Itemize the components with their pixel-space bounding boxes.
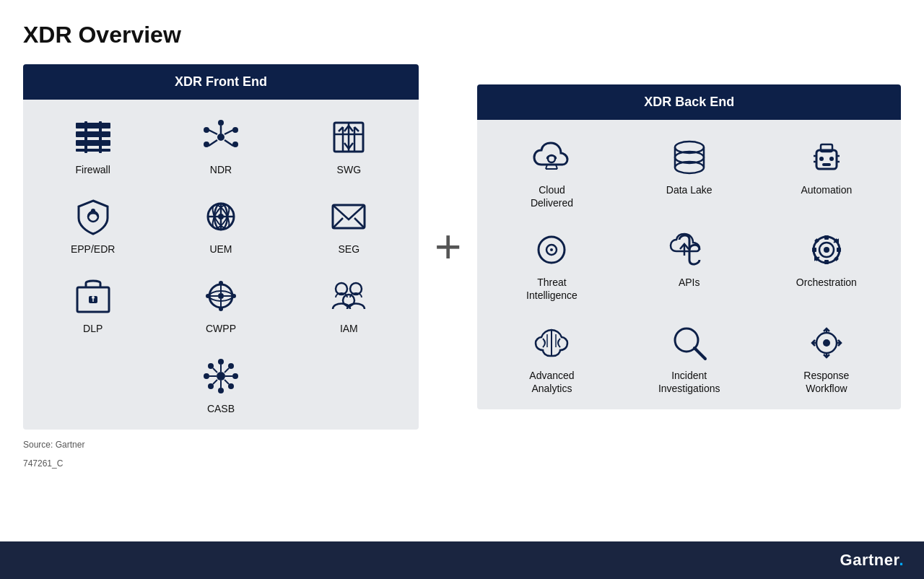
uem-icon [201,196,241,237]
back-item-apis: APIs [622,219,757,309]
eppedr-icon [73,196,113,237]
svg-point-78 [819,157,824,161]
svg-point-54 [218,388,224,393]
back-grid: CloudDelivered Data Lake [484,127,894,402]
svg-rect-2 [76,140,110,146]
svg-point-87 [550,248,553,251]
datalake-label: Data Lake [666,183,712,196]
front-end-panel: XDR Front End Firewall [23,64,419,430]
svg-line-102 [694,348,705,359]
cloud-icon [531,137,572,178]
svg-point-34 [92,296,95,299]
orchestration-icon [806,230,847,270]
front-empty-2 [287,346,411,422]
gartner-logo: Gartner. [840,551,904,570]
svg-rect-95 [837,248,841,252]
svg-rect-80 [822,163,831,166]
front-item-ndr: NDR [158,107,283,183]
svg-point-91 [824,247,829,253]
swg-icon [328,117,369,157]
source-line: Source: Gartner [23,440,901,450]
casb-label: CASB [207,402,235,415]
firewall-label: Firewall [76,163,110,176]
front-item-seg: SEG [287,186,411,263]
front-item-dlp: DLP [30,266,155,342]
back-item-analytics: AdvancedAnalytics [484,313,619,402]
response-icon [806,323,847,363]
svg-rect-93 [824,260,829,264]
swg-label: SWG [337,163,361,176]
back-item-response: ResponseWorkflow [759,313,894,402]
front-end-header: XDR Front End [23,64,419,100]
apis-icon [669,230,710,270]
ndr-label: NDR [210,163,232,176]
apis-label: APIs [679,276,700,289]
svg-point-50 [217,372,225,380]
svg-point-21 [91,209,95,213]
plus-sign: + [419,220,477,274]
svg-line-15 [209,130,217,134]
dlp-label: DLP [83,322,103,335]
svg-point-56 [228,363,234,369]
svg-rect-4 [84,121,87,153]
seg-icon [328,196,369,237]
seg-label: SEG [339,243,360,256]
incident-icon [669,323,710,363]
svg-line-14 [225,140,233,146]
analytics-icon [531,323,572,363]
svg-point-28 [218,214,224,219]
back-end-header: XDR Back End [477,84,901,120]
svg-rect-5 [99,121,102,153]
source-id: 747261_C [23,458,901,469]
automation-label: Automation [801,183,852,196]
front-empty-1 [30,346,155,422]
svg-point-52 [204,373,209,379]
diagram-row: XDR Front End Firewall [23,64,901,430]
front-item-cwpp: CWPP [158,266,283,342]
iam-label: IAM [340,322,358,335]
cwpp-icon [201,276,241,316]
main-content: XDR Overview XDR Front End [0,0,924,541]
svg-point-55 [208,363,214,369]
svg-line-31 [354,218,365,228]
incident-label: IncidentInvestigations [658,369,720,395]
svg-point-104 [823,339,830,347]
svg-point-7 [218,120,224,126]
front-item-swg: SWG [287,107,411,183]
svg-rect-3 [76,149,110,152]
orchestration-label: Orchestration [796,276,857,289]
svg-point-11 [204,127,209,133]
svg-point-37 [218,293,224,299]
svg-point-8 [204,142,209,147]
svg-line-30 [333,218,343,228]
front-item-iam: IAM [287,266,411,342]
svg-point-57 [208,383,214,389]
svg-point-38 [219,281,223,285]
response-label: ResponseWorkflow [803,369,849,395]
eppedr-label: EPP/EDR [71,243,115,256]
front-end-body: Firewall [23,100,419,430]
front-grid: Firewall [30,107,411,422]
cwpp-label: CWPP [206,322,236,335]
svg-point-6 [217,134,225,141]
svg-line-65 [213,380,217,384]
ndr-icon [201,117,241,157]
svg-point-79 [829,157,834,161]
svg-point-53 [232,373,238,379]
svg-line-13 [209,140,217,146]
svg-rect-0 [76,123,110,129]
analytics-label: AdvancedAnalytics [529,369,574,395]
back-item-automation: Automation [759,127,894,217]
svg-line-66 [225,380,229,384]
firewall-icon [73,117,113,157]
back-end-body: CloudDelivered Data Lake [477,120,901,409]
dlp-icon [73,276,113,316]
front-item-eppedr: EPP/EDR [30,186,155,263]
automation-icon [806,137,847,178]
back-item-datalake: Data Lake [622,127,757,217]
footer-bar: Gartner. [0,541,924,579]
svg-point-9 [232,142,238,147]
svg-rect-92 [824,235,829,240]
iam-icon [328,276,369,316]
casb-icon [201,356,241,396]
